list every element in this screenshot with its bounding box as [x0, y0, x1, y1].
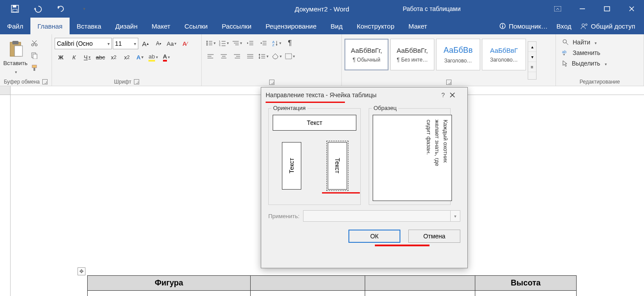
font-launcher-icon[interactable] — [134, 79, 139, 84]
svg-point-65 — [563, 40, 566, 43]
svg-text:Z: Z — [272, 43, 274, 46]
svg-point-24 — [206, 41, 207, 42]
cancel-button[interactable]: Отмена — [408, 230, 460, 243]
font-name-combo[interactable]: Calibri (Осно▾ — [55, 38, 112, 49]
sample-line: Каждый охотник — [442, 120, 449, 196]
tab-design[interactable]: Дизайн — [108, 18, 144, 34]
subscript-icon[interactable]: x2 — [107, 52, 120, 62]
find-button[interactable]: Найти — [560, 38, 609, 47]
redo-icon[interactable] — [49, 0, 72, 17]
table-move-handle-icon[interactable]: ✥ — [78, 267, 85, 275]
font-size-combo[interactable]: 11▾ — [113, 38, 138, 49]
change-case-icon[interactable]: Aa — [166, 38, 178, 49]
copy-icon[interactable] — [28, 50, 41, 61]
shrink-font-icon[interactable]: A▾ — [152, 38, 165, 49]
indent-icon[interactable] — [257, 38, 270, 48]
svg-point-16 — [32, 44, 34, 46]
replace-button[interactable]: abЗаменить — [560, 48, 609, 57]
sign-in[interactable]: Вход — [553, 22, 575, 30]
align-right-icon[interactable] — [231, 51, 243, 62]
tab-insert[interactable]: Вставка — [70, 18, 108, 34]
table-header-1[interactable]: Фигура — [88, 276, 251, 291]
tell-me[interactable]: Помощник… — [496, 22, 551, 30]
tab-mailings[interactable]: Рассылки — [215, 18, 258, 34]
align-left-icon[interactable] — [204, 51, 217, 62]
orientation-vertical-down[interactable]: Текст — [328, 142, 347, 190]
tab-layout[interactable]: Макет — [144, 18, 177, 34]
highlight-icon[interactable]: ab — [147, 52, 159, 62]
svg-text:ab: ab — [562, 50, 566, 54]
ribbon-tabs: Файл Главная Вставка Дизайн Макет Ссылки… — [0, 18, 644, 34]
shading-icon[interactable] — [270, 51, 283, 62]
tab-view[interactable]: Вид — [324, 18, 350, 34]
dialog-help-icon[interactable]: ? — [437, 91, 450, 99]
save-icon[interactable] — [4, 0, 26, 17]
line-spacing-icon[interactable] — [257, 51, 270, 62]
table-header-4[interactable]: Высота — [475, 276, 577, 291]
text-effects-icon[interactable]: A — [134, 52, 146, 62]
table-header-2[interactable] — [251, 276, 365, 291]
table-header-3[interactable] — [365, 276, 475, 291]
document-table[interactable]: Фигура Высота — [87, 275, 577, 296]
style-gallery-expand[interactable]: ▴▾≡ — [528, 41, 537, 80]
maximize-icon[interactable] — [595, 0, 619, 17]
apply-to-combo[interactable]: ▾ — [303, 210, 460, 222]
styles-launcher-icon[interactable] — [446, 80, 452, 85]
table-cell[interactable] — [88, 291, 251, 296]
bold-button[interactable]: Ж — [55, 52, 67, 62]
qat-customize-icon[interactable] — [72, 0, 95, 17]
paste-button[interactable]: Вставить — [3, 36, 28, 79]
undo-icon[interactable] — [26, 0, 49, 17]
style-heading1[interactable]: АаБбВвЗаголово… — [436, 39, 480, 70]
app-name: Word — [333, 5, 349, 13]
close-icon[interactable] — [619, 0, 644, 17]
tab-review[interactable]: Рецензирование — [259, 18, 324, 34]
tab-table-design[interactable]: Конструктор — [350, 18, 402, 34]
share-button[interactable]: Общий доступ — [577, 22, 639, 30]
sort-icon[interactable]: AZ — [270, 38, 283, 48]
orientation-horizontal[interactable]: Текст — [273, 115, 356, 131]
ribbon-display-icon[interactable] — [545, 0, 570, 17]
italic-button[interactable]: К — [68, 52, 80, 62]
clear-format-icon[interactable]: A⁄ — [179, 38, 191, 49]
annotation-underline — [322, 192, 360, 194]
ruler-vertical[interactable] — [0, 95, 11, 296]
svg-point-17 — [35, 44, 37, 46]
svg-rect-14 — [12, 41, 19, 44]
format-painter-icon[interactable] — [28, 62, 41, 73]
tab-file[interactable]: Файл — [0, 18, 30, 34]
select-button[interactable]: Выделить — [560, 59, 609, 68]
superscript-icon[interactable]: x2 — [121, 52, 133, 62]
outdent-icon[interactable] — [244, 38, 256, 48]
clipboard-launcher-icon[interactable] — [42, 79, 48, 84]
style-heading2[interactable]: АаБбВвГЗаголово… — [482, 39, 526, 70]
font-color-icon[interactable]: A — [160, 52, 173, 62]
minimize-icon[interactable] — [570, 0, 595, 17]
multilevel-icon[interactable] — [231, 38, 243, 48]
numbering-icon[interactable]: 123 — [218, 38, 230, 48]
group-editing-label: Редактирование — [580, 79, 620, 85]
justify-icon[interactable] — [244, 51, 256, 62]
bullets-icon[interactable] — [204, 38, 217, 48]
svg-rect-1 — [13, 5, 16, 7]
style-no-spacing[interactable]: АаБбВвГг,¶ Без инте… — [390, 39, 434, 70]
paragraph-launcher-icon[interactable] — [269, 80, 274, 85]
orientation-vertical-up[interactable]: Текст — [282, 142, 301, 190]
svg-point-26 — [206, 43, 207, 44]
ok-button[interactable]: ОК — [348, 230, 400, 243]
dialog-close-icon[interactable] — [450, 92, 463, 98]
show-marks-icon[interactable]: ¶ — [284, 38, 296, 48]
tab-home[interactable]: Главная — [30, 18, 70, 34]
group-clipboard-label: Буфер обмена — [4, 79, 40, 85]
tab-table-layout[interactable]: Макет — [401, 18, 434, 34]
align-center-icon[interactable] — [218, 51, 230, 62]
cut-icon[interactable] — [28, 38, 41, 48]
strike-icon[interactable]: abc — [94, 52, 107, 62]
grow-font-icon[interactable]: A▴ — [139, 38, 152, 49]
underline-button[interactable]: Ч — [81, 52, 93, 62]
svg-point-28 — [206, 44, 207, 46]
tab-references[interactable]: Ссылки — [178, 18, 215, 34]
borders-icon[interactable] — [284, 51, 296, 62]
style-normal[interactable]: АаБбВвГг,¶ Обычный — [344, 39, 389, 70]
sample-preview: сидит фазан. желает знать, где Каждый ох… — [373, 115, 452, 201]
